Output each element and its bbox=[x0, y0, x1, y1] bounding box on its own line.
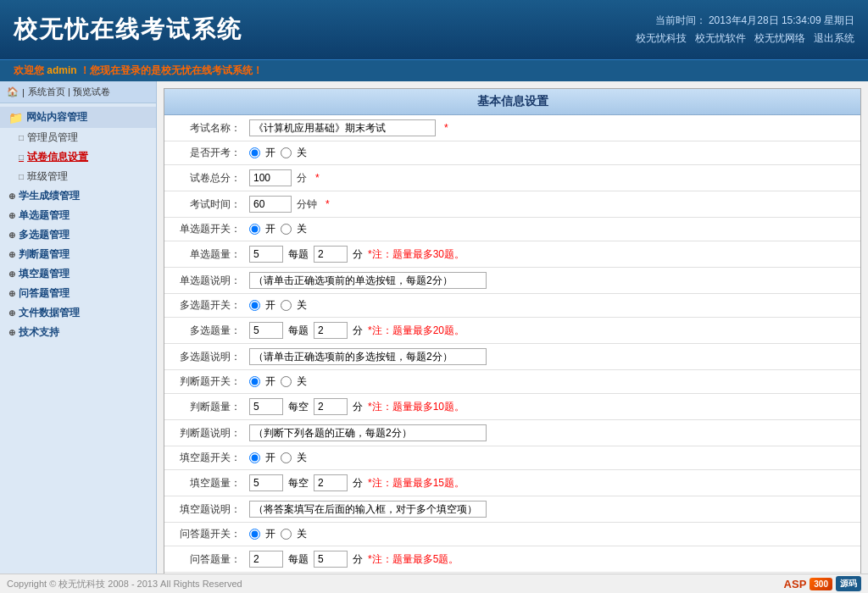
sidebar-item-grades[interactable]: ⊕ 学生成绩管理 bbox=[0, 186, 156, 206]
input-qa-score[interactable] bbox=[314, 551, 348, 568]
value-single-desc bbox=[249, 272, 860, 289]
link-ruanjian[interactable]: 校无忧软件 bbox=[695, 31, 746, 46]
label-multi-switch: 多选题开关： bbox=[164, 298, 249, 313]
value-fill-desc bbox=[249, 501, 860, 518]
input-judge-desc[interactable] bbox=[249, 424, 487, 441]
sidebar-item-exam-settings[interactable]: □ 试卷信息设置 bbox=[0, 147, 156, 167]
input-exam-name[interactable] bbox=[249, 119, 436, 136]
time-value: 2013年4月28日 15:34:09 星期日 bbox=[709, 14, 854, 26]
input-judge-score[interactable] bbox=[314, 398, 348, 415]
link-logout[interactable]: 退出系统 bbox=[814, 31, 854, 46]
sidebar-item-fill[interactable]: ⊕ 填空题管理 bbox=[0, 264, 156, 284]
label-qa-count: 问答题量： bbox=[164, 552, 249, 567]
label-judge-desc: 判断题说明： bbox=[164, 426, 249, 441]
input-single-score[interactable] bbox=[314, 246, 348, 263]
radio-single-off[interactable] bbox=[281, 224, 292, 235]
bullet-icon: □ bbox=[19, 133, 24, 142]
value-multi-count: 每题 分 *注：题量最多20题。 bbox=[249, 322, 860, 339]
current-time: 当前时间： 2013年4月28日 15:34:09 星期日 bbox=[636, 14, 854, 28]
sidebar-item-qa[interactable]: ⊕ 问答题管理 bbox=[0, 284, 156, 303]
sidebar-section: 📁 网站内容管理 □ 管理员管理 □ 试卷信息设置 □ 班级管理 ⊕ bbox=[0, 103, 156, 346]
required-mark: * bbox=[326, 198, 330, 210]
topnav: 欢迎您 admin ！您现在登录的是校无忧在线考试系统！ bbox=[0, 59, 868, 81]
input-multi-count[interactable] bbox=[249, 322, 283, 339]
sidebar-item-files[interactable]: ⊕ 文件数据管理 bbox=[0, 303, 156, 323]
note-qa-count: *注：题量最多5题。 bbox=[368, 552, 459, 567]
label-exam-time: 考试时间： bbox=[164, 197, 249, 212]
input-qa-count[interactable] bbox=[249, 551, 283, 568]
note-judge-count: *注：题量最多10题。 bbox=[368, 400, 465, 414]
note-fill-count: *注：题量最多15题。 bbox=[368, 476, 465, 490]
sidebar-item-single[interactable]: ⊕ 单选题管理 bbox=[0, 206, 156, 225]
radio-multi-off[interactable] bbox=[281, 300, 292, 311]
row-qa-count: 问答题量： 每题 分 *注：题量最多5题。 bbox=[164, 546, 860, 573]
row-judge-count: 判断题量： 每空 分 *注：题量最多10题。 bbox=[164, 394, 860, 420]
welcome-message: 欢迎您 admin ！您现在登录的是校无忧在线考试系统！ bbox=[14, 64, 263, 78]
form-container: 基本信息设置 考试名称： * 是否开考： 开 关 bbox=[164, 88, 861, 574]
input-exam-time[interactable] bbox=[249, 196, 292, 213]
radio-judge-off[interactable] bbox=[281, 376, 292, 387]
logo-area: ASP 300 源码 bbox=[784, 576, 861, 591]
sidebar-item-judge[interactable]: ⊕ 判断题管理 bbox=[0, 245, 156, 264]
input-fill-score[interactable] bbox=[314, 474, 348, 491]
form-title: 基本信息设置 bbox=[164, 89, 860, 115]
label-exam-name: 考试名称： bbox=[164, 121, 249, 136]
sidebar-item-class[interactable]: □ 班级管理 bbox=[0, 167, 156, 186]
row-is-open: 是否开考： 开 关 bbox=[164, 141, 860, 165]
link-wangluo[interactable]: 校无忧网络 bbox=[754, 31, 805, 46]
radio-single-on[interactable] bbox=[249, 224, 260, 235]
sidebar-item-admin[interactable]: □ 管理员管理 bbox=[0, 128, 156, 147]
input-total-score[interactable] bbox=[249, 169, 292, 186]
bullet-icon: □ bbox=[19, 172, 24, 181]
input-fill-desc[interactable] bbox=[249, 501, 487, 518]
input-single-count[interactable] bbox=[249, 246, 283, 263]
sidebar-item-multi[interactable]: ⊕ 多选题管理 bbox=[0, 225, 156, 245]
content-area: 基本信息设置 考试名称： * 是否开考： 开 关 bbox=[157, 81, 868, 574]
radio-open-on[interactable] bbox=[249, 147, 260, 158]
required-mark: * bbox=[315, 172, 320, 184]
expand-icon: ⊕ bbox=[8, 269, 15, 279]
label-judge-count: 判断题量： bbox=[164, 400, 249, 414]
username: admin bbox=[47, 64, 76, 76]
value-multi-desc bbox=[249, 348, 860, 365]
radio-fill-on[interactable] bbox=[249, 452, 260, 463]
value-is-open: 开 关 bbox=[249, 146, 860, 160]
bullet-icon: □ bbox=[19, 152, 24, 162]
radio-qa-on[interactable] bbox=[249, 529, 260, 540]
expand-icon: ⊕ bbox=[8, 289, 15, 298]
row-exam-time: 考试时间： 分钟 * bbox=[164, 191, 860, 218]
input-multi-score[interactable] bbox=[314, 322, 348, 339]
row-fill-count: 填空题量： 每空 分 *注：题量最多15题。 bbox=[164, 470, 860, 496]
label-single-count: 单选题量： bbox=[164, 247, 249, 262]
expand-icon: ⊕ bbox=[8, 328, 15, 337]
input-judge-count[interactable] bbox=[249, 398, 283, 415]
input-fill-count[interactable] bbox=[249, 474, 283, 491]
logo-badge1: 300 bbox=[810, 578, 832, 590]
input-single-desc[interactable] bbox=[249, 272, 487, 289]
label-single-desc: 单选题说明： bbox=[164, 274, 249, 288]
radio-qa-off[interactable] bbox=[281, 529, 292, 540]
note-multi-count: *注：题量最多20题。 bbox=[368, 324, 465, 338]
folder-icon: 📁 bbox=[8, 111, 23, 125]
sidebar-group-title[interactable]: 📁 网站内容管理 bbox=[0, 107, 156, 128]
input-multi-desc[interactable] bbox=[249, 348, 487, 365]
header-right: 当前时间： 2013年4月28日 15:34:09 星期日 校无忧科技 校无忧软… bbox=[636, 14, 854, 46]
sidebar-item-support[interactable]: ⊕ 技术支持 bbox=[0, 323, 156, 342]
radio-fill-off[interactable] bbox=[281, 452, 292, 463]
radio-multi-on[interactable] bbox=[249, 300, 260, 311]
radio-open-off[interactable] bbox=[281, 147, 292, 158]
label-total-score: 试卷总分： bbox=[164, 171, 249, 186]
sidebar: 🏠 | 系统首页 | 预览试卷 📁 网站内容管理 □ 管理员管理 □ 试卷信息设… bbox=[0, 81, 157, 574]
label-multi-desc: 多选题说明： bbox=[164, 350, 249, 364]
radio-judge-on[interactable] bbox=[249, 376, 260, 387]
label-qa-switch: 问答题开关： bbox=[164, 527, 249, 541]
label-fill-count: 填空题量： bbox=[164, 476, 249, 490]
home-icon: 🏠 bbox=[7, 86, 19, 97]
row-exam-name: 考试名称： * bbox=[164, 115, 860, 141]
copyright: Copyright © 校无忧科技 2008 - 2013 All Rights… bbox=[7, 578, 242, 590]
row-judge-desc: 判断题说明： bbox=[164, 420, 860, 446]
label-multi-count: 多选题量： bbox=[164, 324, 249, 338]
value-judge-switch: 开 关 bbox=[249, 374, 860, 389]
label-single-switch: 单选题开关： bbox=[164, 222, 249, 236]
link-keji[interactable]: 校无忧科技 bbox=[636, 31, 687, 46]
